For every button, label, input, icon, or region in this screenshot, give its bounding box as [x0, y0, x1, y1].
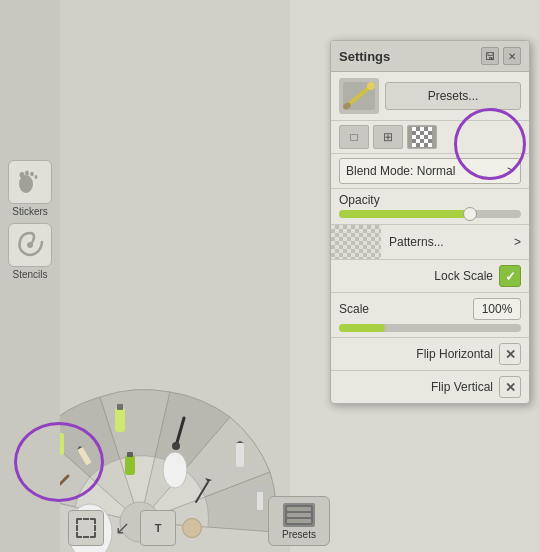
- blend-mode-select[interactable]: Blend Mode: Normal >: [339, 158, 521, 184]
- save-icon: 🖫: [485, 51, 495, 62]
- scale-label: Scale: [339, 302, 369, 316]
- stencils-icon-container: [8, 223, 52, 267]
- checker-icon: [412, 127, 432, 147]
- presets-button[interactable]: Presets...: [385, 82, 521, 110]
- lock-scale-checkbox[interactable]: ✓: [499, 265, 521, 287]
- tab-button-3[interactable]: [407, 125, 437, 149]
- flip-v-icon: ✕: [505, 380, 516, 395]
- svg-rect-21: [117, 404, 123, 410]
- patterns-arrow: >: [514, 235, 521, 249]
- tab2-icon: ⊞: [383, 130, 393, 144]
- blend-mode-arrow: >: [507, 164, 514, 178]
- svg-rect-31: [287, 513, 311, 517]
- presets-row: Presets...: [331, 72, 529, 121]
- svg-point-3: [30, 172, 34, 176]
- svg-rect-19: [60, 433, 64, 455]
- flip-vertical-label: Flip Vertical: [431, 380, 493, 394]
- arrow-icon: ↙: [115, 517, 130, 539]
- spiral-icon: [14, 229, 46, 261]
- settings-titlebar: Settings 🖫 ✕: [331, 41, 529, 72]
- blend-mode-label: Blend Mode: Normal: [346, 164, 455, 178]
- flip-vertical-row: Flip Vertical ✕: [331, 371, 529, 403]
- canvas-area: ↙ T: [60, 0, 290, 552]
- lock-scale-row: Lock Scale ✓: [331, 260, 529, 293]
- scale-fill: [339, 324, 385, 332]
- pattern-preview: [331, 225, 381, 259]
- tab1-icon: □: [350, 130, 357, 144]
- svg-rect-12: [127, 452, 133, 457]
- blend-mode-row: Blend Mode: Normal >: [331, 154, 529, 189]
- scale-value[interactable]: 100%: [473, 298, 521, 320]
- svg-point-13: [163, 452, 187, 488]
- sidebar-item-stickers[interactable]: Stickers: [4, 160, 56, 217]
- svg-point-35: [367, 82, 375, 90]
- settings-close-button[interactable]: ✕: [503, 47, 521, 65]
- flip-horizontal-button[interactable]: ✕: [499, 343, 521, 365]
- flip-vertical-button[interactable]: ✕: [499, 376, 521, 398]
- presets-brush-icon: [339, 78, 379, 114]
- opacity-slider[interactable]: [339, 210, 521, 218]
- tab-button-2[interactable]: ⊞: [373, 125, 403, 149]
- svg-rect-24: [236, 443, 244, 467]
- tab-button-1[interactable]: □: [339, 125, 369, 149]
- opacity-label: Opacity: [339, 193, 521, 207]
- stickers-label: Stickers: [12, 206, 48, 217]
- stencils-label: Stencils: [12, 269, 47, 280]
- sidebar: Stickers Stencils: [0, 0, 60, 552]
- tab-row: □ ⊞: [331, 121, 529, 154]
- settings-title: Settings: [339, 49, 390, 64]
- lock-scale-label: Lock Scale: [434, 269, 493, 283]
- color-dot: [182, 518, 202, 538]
- select-tool-button[interactable]: [68, 510, 104, 546]
- opacity-fill: [339, 210, 470, 218]
- presets-bottom-button[interactable]: Presets: [268, 496, 330, 546]
- opacity-row: Opacity: [331, 189, 529, 225]
- svg-rect-32: [287, 519, 311, 523]
- scale-header: Scale 100%: [339, 298, 521, 320]
- svg-rect-26: [257, 490, 263, 510]
- close-icon: ✕: [508, 51, 516, 62]
- svg-rect-20: [115, 408, 125, 432]
- svg-point-2: [25, 171, 29, 176]
- scale-row: Scale 100%: [331, 293, 529, 338]
- settings-panel: Settings 🖫 ✕ Presets... □: [330, 40, 530, 404]
- settings-title-buttons: 🖫 ✕: [481, 47, 521, 65]
- patterns-button[interactable]: Patterns... >: [381, 225, 529, 259]
- footprint-icon: [14, 166, 46, 198]
- stickers-icon-container: [8, 160, 52, 204]
- select-rect-icon: [76, 518, 96, 538]
- scale-slider[interactable]: [339, 324, 521, 332]
- text-icon: T: [155, 522, 162, 534]
- flip-horizontal-row: Flip Horizontal ✕: [331, 338, 529, 371]
- opacity-thumb[interactable]: [463, 207, 477, 221]
- svg-point-4: [35, 175, 38, 179]
- svg-rect-30: [287, 507, 311, 511]
- presets-label: Presets...: [428, 89, 479, 103]
- flip-horizontal-label: Flip Horizontal: [416, 347, 493, 361]
- presets-bottom-label: Presets: [282, 529, 316, 540]
- presets-bottom-icon: [283, 503, 315, 527]
- pattern-row: Patterns... >: [331, 225, 529, 260]
- arrow-tool-button[interactable]: ↙: [110, 516, 134, 540]
- flip-h-icon: ✕: [505, 347, 516, 362]
- svg-rect-27: [255, 486, 265, 492]
- svg-point-5: [27, 242, 33, 248]
- patterns-label: Patterns...: [389, 235, 444, 249]
- svg-point-1: [20, 172, 25, 178]
- svg-rect-11: [125, 455, 135, 475]
- svg-point-23: [172, 442, 180, 450]
- text-tool-button[interactable]: T: [140, 510, 176, 546]
- sidebar-item-stencils[interactable]: Stencils: [4, 223, 56, 280]
- settings-save-button[interactable]: 🖫: [481, 47, 499, 65]
- checkmark-icon: ✓: [505, 269, 516, 284]
